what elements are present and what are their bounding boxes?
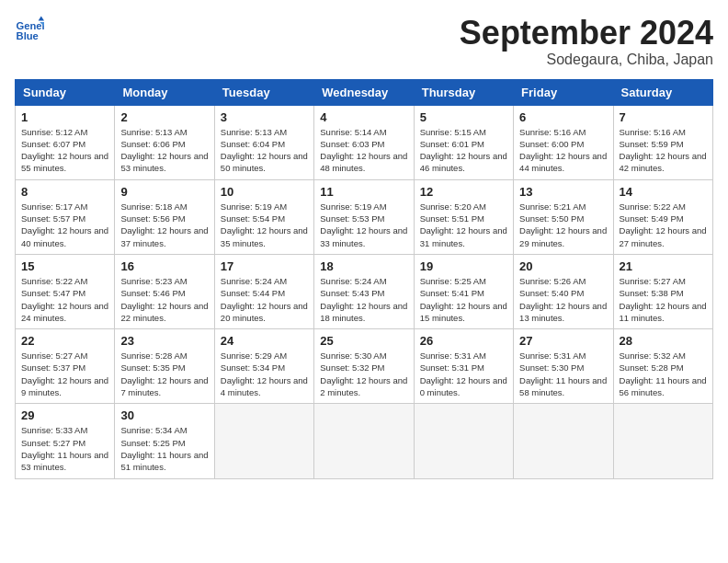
- header-monday: Monday: [115, 79, 214, 105]
- day-number: 9: [120, 185, 208, 199]
- day-number: 30: [120, 408, 208, 422]
- day-number: 17: [221, 259, 308, 273]
- day-info: Sunrise: 5:13 AMSunset: 6:04 PMDaylight:…: [221, 126, 308, 175]
- calendar-cell: 1Sunrise: 5:12 AMSunset: 6:07 PMDaylight…: [16, 105, 115, 179]
- calendar-cell: 27Sunrise: 5:31 AMSunset: 5:30 PMDayligh…: [514, 329, 613, 404]
- calendar-cell: 3Sunrise: 5:13 AMSunset: 6:04 PMDaylight…: [214, 105, 313, 179]
- calendar-cell: 12Sunrise: 5:20 AMSunset: 5:51 PMDayligh…: [414, 179, 513, 254]
- svg-marker-2: [39, 17, 44, 21]
- day-number: 29: [21, 408, 108, 422]
- day-number: 2: [120, 110, 208, 124]
- day-info: Sunrise: 5:26 AMSunset: 5:40 PMDaylight:…: [519, 275, 607, 324]
- day-number: 19: [420, 259, 507, 273]
- day-number: 18: [320, 259, 407, 273]
- logo: General Blue: [15, 15, 44, 44]
- calendar-cell: 24Sunrise: 5:29 AMSunset: 5:34 PMDayligh…: [214, 329, 313, 404]
- calendar-row: 8Sunrise: 5:17 AMSunset: 5:57 PMDaylight…: [16, 179, 713, 254]
- calendar-cell: 6Sunrise: 5:16 AMSunset: 6:00 PMDaylight…: [514, 105, 613, 179]
- day-number: 22: [21, 334, 108, 348]
- calendar-cell: 19Sunrise: 5:25 AMSunset: 5:41 PMDayligh…: [414, 254, 513, 328]
- day-info: Sunrise: 5:25 AMSunset: 5:41 PMDaylight:…: [420, 275, 507, 324]
- day-number: 26: [420, 334, 507, 348]
- calendar-cell: 13Sunrise: 5:21 AMSunset: 5:50 PMDayligh…: [514, 179, 613, 254]
- calendar-cell: 25Sunrise: 5:30 AMSunset: 5:32 PMDayligh…: [314, 329, 414, 404]
- calendar-row: 1Sunrise: 5:12 AMSunset: 6:07 PMDaylight…: [16, 105, 713, 179]
- day-number: 25: [320, 334, 407, 348]
- day-number: 14: [620, 185, 707, 199]
- day-info: Sunrise: 5:19 AMSunset: 5:54 PMDaylight:…: [221, 201, 308, 249]
- day-number: 6: [519, 110, 607, 124]
- day-info: Sunrise: 5:27 AMSunset: 5:37 PMDaylight:…: [21, 350, 108, 398]
- day-number: 5: [420, 110, 507, 124]
- calendar-cell: [514, 404, 613, 478]
- day-info: Sunrise: 5:31 AMSunset: 5:31 PMDaylight:…: [420, 350, 507, 398]
- calendar-cell: [613, 404, 712, 478]
- calendar-cell: 14Sunrise: 5:22 AMSunset: 5:49 PMDayligh…: [613, 179, 712, 254]
- svg-text:Blue: Blue: [17, 30, 39, 41]
- day-info: Sunrise: 5:22 AMSunset: 5:47 PMDaylight:…: [21, 275, 108, 324]
- calendar-cell: 26Sunrise: 5:31 AMSunset: 5:31 PMDayligh…: [414, 329, 513, 404]
- calendar-cell: 15Sunrise: 5:22 AMSunset: 5:47 PMDayligh…: [16, 254, 115, 328]
- calendar-cell: 18Sunrise: 5:24 AMSunset: 5:43 PMDayligh…: [314, 254, 414, 328]
- day-number: 13: [519, 185, 607, 199]
- day-info: Sunrise: 5:17 AMSunset: 5:57 PMDaylight:…: [21, 201, 108, 249]
- calendar-cell: [414, 404, 513, 478]
- header-wednesday: Wednesday: [314, 79, 414, 105]
- day-number: 21: [620, 259, 707, 273]
- calendar-cell: 23Sunrise: 5:28 AMSunset: 5:35 PMDayligh…: [115, 329, 214, 404]
- day-number: 12: [420, 185, 507, 199]
- calendar-cell: 9Sunrise: 5:18 AMSunset: 5:56 PMDaylight…: [115, 179, 214, 254]
- month-title: September 2024: [460, 15, 713, 52]
- day-number: 20: [519, 259, 607, 273]
- calendar-cell: 10Sunrise: 5:19 AMSunset: 5:54 PMDayligh…: [214, 179, 313, 254]
- page-header: General Blue September 2024 Sodegaura, C…: [15, 15, 713, 68]
- day-info: Sunrise: 5:13 AMSunset: 6:06 PMDaylight:…: [120, 126, 208, 175]
- day-info: Sunrise: 5:21 AMSunset: 5:50 PMDaylight:…: [519, 201, 607, 249]
- day-number: 27: [519, 334, 607, 348]
- calendar-cell: 17Sunrise: 5:24 AMSunset: 5:44 PMDayligh…: [214, 254, 313, 328]
- location-subtitle: Sodegaura, Chiba, Japan: [460, 52, 713, 68]
- day-info: Sunrise: 5:24 AMSunset: 5:44 PMDaylight:…: [221, 275, 308, 324]
- day-number: 15: [21, 259, 108, 273]
- header-tuesday: Tuesday: [214, 79, 313, 105]
- day-number: 24: [221, 334, 308, 348]
- calendar-table: Sunday Monday Tuesday Wednesday Thursday…: [15, 79, 713, 479]
- calendar-cell: 11Sunrise: 5:19 AMSunset: 5:53 PMDayligh…: [314, 179, 414, 254]
- calendar-cell: 30Sunrise: 5:34 AMSunset: 5:25 PMDayligh…: [115, 404, 214, 478]
- calendar-cell: 28Sunrise: 5:32 AMSunset: 5:28 PMDayligh…: [613, 329, 712, 404]
- day-info: Sunrise: 5:16 AMSunset: 5:59 PMDaylight:…: [620, 126, 707, 175]
- header-friday: Friday: [514, 79, 613, 105]
- day-info: Sunrise: 5:19 AMSunset: 5:53 PMDaylight:…: [320, 201, 407, 249]
- day-info: Sunrise: 5:16 AMSunset: 6:00 PMDaylight:…: [519, 126, 607, 175]
- calendar-cell: 20Sunrise: 5:26 AMSunset: 5:40 PMDayligh…: [514, 254, 613, 328]
- svg-text:General: General: [17, 20, 44, 31]
- day-number: 23: [120, 334, 208, 348]
- calendar-row: 29Sunrise: 5:33 AMSunset: 5:27 PMDayligh…: [16, 404, 713, 478]
- calendar-cell: 16Sunrise: 5:23 AMSunset: 5:46 PMDayligh…: [115, 254, 214, 328]
- day-number: 10: [221, 185, 308, 199]
- day-info: Sunrise: 5:14 AMSunset: 6:03 PMDaylight:…: [320, 126, 407, 175]
- header-sunday: Sunday: [16, 79, 115, 105]
- day-info: Sunrise: 5:20 AMSunset: 5:51 PMDaylight:…: [420, 201, 507, 249]
- day-info: Sunrise: 5:18 AMSunset: 5:56 PMDaylight:…: [120, 201, 208, 249]
- calendar-cell: [214, 404, 313, 478]
- calendar-cell: 8Sunrise: 5:17 AMSunset: 5:57 PMDaylight…: [16, 179, 115, 254]
- header-saturday: Saturday: [613, 79, 712, 105]
- day-number: 16: [120, 259, 208, 273]
- day-info: Sunrise: 5:12 AMSunset: 6:07 PMDaylight:…: [21, 126, 108, 175]
- day-number: 4: [320, 110, 407, 124]
- day-info: Sunrise: 5:30 AMSunset: 5:32 PMDaylight:…: [320, 350, 407, 398]
- day-number: 3: [221, 110, 308, 124]
- day-number: 11: [320, 185, 407, 199]
- day-info: Sunrise: 5:24 AMSunset: 5:43 PMDaylight:…: [320, 275, 407, 324]
- calendar-row: 15Sunrise: 5:22 AMSunset: 5:47 PMDayligh…: [16, 254, 713, 328]
- day-info: Sunrise: 5:29 AMSunset: 5:34 PMDaylight:…: [221, 350, 308, 398]
- day-info: Sunrise: 5:28 AMSunset: 5:35 PMDaylight:…: [120, 350, 208, 398]
- header-thursday: Thursday: [414, 79, 513, 105]
- calendar-cell: 2Sunrise: 5:13 AMSunset: 6:06 PMDaylight…: [115, 105, 214, 179]
- day-info: Sunrise: 5:33 AMSunset: 5:27 PMDaylight:…: [21, 424, 108, 473]
- day-number: 7: [620, 110, 707, 124]
- day-info: Sunrise: 5:31 AMSunset: 5:30 PMDaylight:…: [519, 350, 607, 398]
- calendar-cell: 5Sunrise: 5:15 AMSunset: 6:01 PMDaylight…: [414, 105, 513, 179]
- calendar-cell: 21Sunrise: 5:27 AMSunset: 5:38 PMDayligh…: [613, 254, 712, 328]
